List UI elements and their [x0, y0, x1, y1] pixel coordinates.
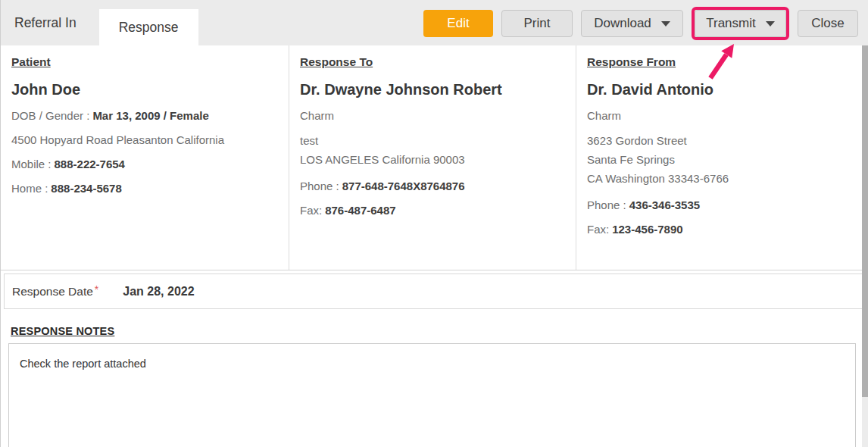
- required-asterisk: *: [95, 283, 98, 295]
- home-label: Home :: [11, 182, 48, 195]
- response-notes-box: Check the report attached: [8, 343, 856, 447]
- info-columns: Patient John Doe DOB / Gender :Mar 13, 2…: [1, 45, 863, 270]
- print-button[interactable]: Print: [501, 10, 573, 37]
- patient-mobile: Mobile :888-222-7654: [11, 157, 278, 171]
- fax-label: Fax:: [587, 223, 609, 236]
- response-from-panel: Response From Dr. David Antonio Charm 36…: [576, 45, 863, 270]
- tab-response[interactable]: Response: [99, 9, 198, 45]
- response-from-name: Dr. David Antonio: [587, 81, 852, 98]
- response-date-label: Response Date: [12, 285, 93, 299]
- patient-heading: Patient: [11, 55, 278, 69]
- dob-gender-value: Mar 13, 2009 / Female: [92, 109, 208, 122]
- response-to-heading: Response To: [300, 55, 565, 69]
- patient-dob-gender: DOB / Gender :Mar 13, 2009 / Female: [11, 108, 278, 123]
- caret-down-icon: [766, 21, 775, 27]
- response-from-phone: Phone :436-346-3535: [587, 198, 852, 212]
- phone-label: Phone :: [300, 180, 339, 192]
- edit-button[interactable]: Edit: [423, 10, 493, 37]
- response-to-name: Dr. Dwayne Johnson Robert: [300, 81, 565, 98]
- caret-down-icon: [661, 21, 670, 27]
- phone-label: Phone :: [587, 198, 626, 211]
- address-line: CA Washington 33343-6766: [587, 169, 852, 188]
- response-to-phone: Phone :877-648-7648X8764876: [300, 179, 565, 193]
- mobile-value: 888-222-7654: [55, 158, 125, 170]
- phone-value: 877-648-7648X8764876: [342, 180, 465, 192]
- transmit-button[interactable]: Transmit: [695, 10, 786, 37]
- response-from-organization: Charm: [587, 108, 852, 123]
- response-to-panel: Response To Dr. Dwayne Johnson Robert Ch…: [289, 45, 576, 270]
- fax-label: Fax:: [300, 204, 322, 217]
- address-line: 3623 Gordon Street: [587, 131, 852, 150]
- close-button[interactable]: Close: [798, 10, 858, 37]
- referral-response-window: Referral In Response Edit Print Download…: [0, 0, 868, 447]
- patient-home: Home :888-234-5678: [11, 181, 278, 195]
- response-date-value: Jan 28, 2022: [123, 285, 194, 299]
- fax-value: 123-456-7890: [612, 223, 682, 236]
- download-button[interactable]: Download: [581, 10, 683, 37]
- header-bar: Referral In Response Edit Print Download…: [1, 0, 868, 45]
- action-button-row: Edit Print Download Transmit Close: [423, 10, 858, 37]
- phone-value: 436-346-3535: [629, 198, 700, 211]
- patient-address: 4500 Hopyard Road Pleasanton California: [11, 133, 278, 147]
- response-from-address: 3623 Gordon Street Santa Fe Springs CA W…: [587, 131, 852, 188]
- download-button-label: Download: [594, 16, 651, 31]
- response-from-fax: Fax:123-456-7890: [587, 222, 852, 236]
- patient-name: John Doe: [11, 81, 278, 98]
- response-notes-heading: RESPONSE NOTES: [11, 325, 114, 337]
- scrollbar[interactable]: [862, 45, 868, 447]
- response-to-address: test LOS ANGELES California 90003: [300, 131, 565, 169]
- transmit-button-label: Transmit: [706, 16, 756, 31]
- response-date-row: Response Date * Jan 28, 2022: [4, 274, 868, 309]
- address-line: test: [300, 131, 565, 150]
- home-value: 888-234-5678: [51, 182, 121, 195]
- mobile-label: Mobile :: [11, 158, 52, 170]
- response-from-heading: Response From: [587, 55, 852, 69]
- patient-panel: Patient John Doe DOB / Gender :Mar 13, 2…: [1, 45, 289, 270]
- fax-value: 876-487-6487: [325, 204, 395, 217]
- response-to-fax: Fax:876-487-6487: [300, 203, 565, 217]
- scrollbar-thumb[interactable]: [862, 45, 868, 397]
- response-notes-text: Check the report attached: [20, 358, 146, 370]
- tab-referral-in[interactable]: Referral In: [4, 0, 87, 45]
- dob-gender-label: DOB / Gender :: [11, 109, 89, 122]
- address-line: LOS ANGELES California 90003: [300, 150, 565, 169]
- response-to-organization: Charm: [300, 108, 565, 123]
- transmit-highlight-box: Transmit: [692, 7, 789, 40]
- address-line: Santa Fe Springs: [587, 150, 852, 169]
